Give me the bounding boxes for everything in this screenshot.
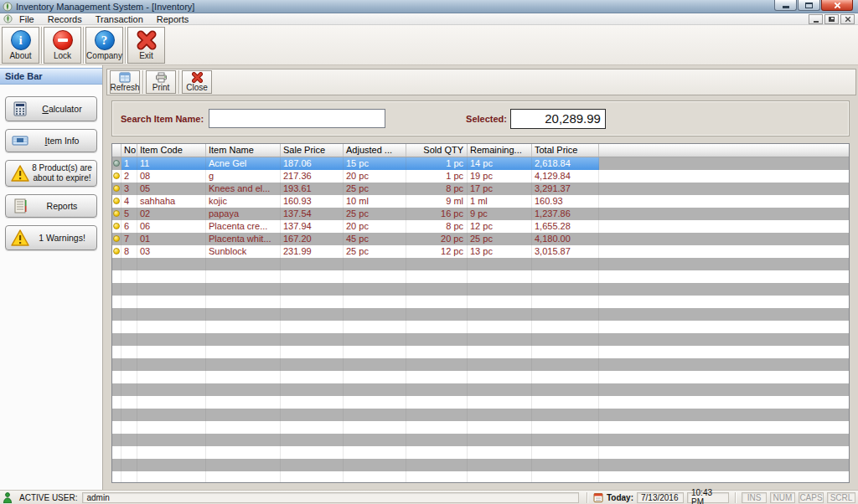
cell-empty xyxy=(206,270,281,283)
table-row[interactable]: 701Placenta whit...167.2045 pc20 pc25 pc… xyxy=(112,233,849,245)
menu-transaction[interactable]: Transaction xyxy=(89,14,150,24)
cell-empty xyxy=(121,270,137,283)
table-row[interactable]: 803Sunblock231.9925 pc12 pc13 pc3,015.87 xyxy=(112,245,849,258)
cell-remaining: 25 pc xyxy=(468,233,532,245)
table-row[interactable]: 606Placenta cre...137.9420 pc8 pc12 pc1,… xyxy=(112,220,849,233)
item-info-icon xyxy=(9,134,31,147)
table-empty-row xyxy=(112,459,849,471)
header-item-name[interactable]: Item Name xyxy=(206,144,281,157)
cell-code: 08 xyxy=(137,170,206,183)
close-label: Close xyxy=(186,83,208,92)
toolbar-separator xyxy=(125,27,126,64)
header-total-price[interactable]: Total Price xyxy=(532,144,599,157)
cell-no: 5 xyxy=(121,208,137,220)
sidebar-item-warnings[interactable]: 1 Warnings! xyxy=(5,225,97,250)
cell-empty xyxy=(206,383,281,396)
cell-empty xyxy=(121,321,137,333)
cell-empty xyxy=(532,321,599,333)
search-input[interactable] xyxy=(209,109,385,128)
sidebar-item-item-info[interactable]: Item Info xyxy=(5,129,97,152)
print-label: Print xyxy=(152,83,170,92)
header-sold-qty[interactable]: Sold QTY xyxy=(406,144,468,157)
cell-empty xyxy=(468,321,532,333)
item-bullet-icon xyxy=(113,172,120,179)
cell-empty xyxy=(206,358,281,371)
cell-empty xyxy=(468,333,532,346)
cell-empty xyxy=(468,283,532,296)
table-empty-row xyxy=(112,358,849,371)
cell-empty xyxy=(137,471,206,483)
refresh-button[interactable]: Refresh xyxy=(110,70,140,94)
cell-sold: 12 pc xyxy=(406,245,468,258)
table-row[interactable]: 4sahhahakojic160.9310 ml9 ml1 ml160.93 xyxy=(112,195,849,208)
cell-no: 4 xyxy=(121,195,137,208)
table-row[interactable]: 208g217.3620 pc1 pc19 pc4,129.84 xyxy=(112,170,849,183)
header-item-code[interactable]: Item Code xyxy=(137,144,206,157)
app-icon-small xyxy=(3,14,13,23)
toggle-ins: INS xyxy=(742,492,767,503)
active-user-label: ACTIVE USER: xyxy=(19,493,77,502)
cell-filler xyxy=(599,157,849,170)
header-remaining[interactable]: Remaining... xyxy=(468,144,532,157)
menu-file[interactable]: File xyxy=(13,14,41,24)
cell-sold: 1 pc xyxy=(406,170,468,183)
table-empty-row xyxy=(112,321,849,333)
print-button[interactable]: Print xyxy=(146,70,176,94)
info-icon: i xyxy=(11,30,31,50)
about-button[interactable]: i About xyxy=(2,27,39,64)
header-adjusted[interactable]: Adjusted ... xyxy=(344,144,406,157)
cell-empty xyxy=(406,383,468,396)
cell-adjusted: 20 pc xyxy=(344,220,406,233)
close-button[interactable] xyxy=(821,0,853,11)
cell-no: 3 xyxy=(121,183,137,195)
item-bullet-icon xyxy=(113,185,120,192)
table-empty-row xyxy=(112,421,849,434)
active-user-icon xyxy=(3,492,13,503)
menu-reports[interactable]: Reports xyxy=(150,14,196,24)
close-view-button[interactable]: Close xyxy=(182,70,212,94)
company-button[interactable]: ? Company xyxy=(85,27,123,64)
refresh-icon xyxy=(119,72,131,83)
header-sale-price[interactable]: Sale Price xyxy=(281,144,344,157)
cell-filler xyxy=(599,195,849,208)
cell-name: Placenta whit... xyxy=(206,233,281,245)
maximize-button[interactable] xyxy=(798,0,820,11)
sidebar-item-expiring-products[interactable]: 8 Product(s) are about to expire! xyxy=(5,160,97,187)
cell-remaining: 9 pc xyxy=(468,208,532,220)
cell-empty xyxy=(344,358,406,371)
mdi-minimize-button[interactable] xyxy=(809,14,823,24)
table-row[interactable]: 111Acne Gel187.0615 pc1 pc14 pc2,618.84 xyxy=(112,157,849,170)
sidebar-item-reports[interactable]: Reports xyxy=(5,194,97,218)
cell-empty xyxy=(281,396,344,409)
status-bar: ACTIVE USER: admin Today: 7/13/2016 10:4… xyxy=(0,490,858,504)
menu-records[interactable]: Records xyxy=(41,14,89,24)
cell-filler xyxy=(599,245,849,258)
cell-remaining: 1 ml xyxy=(468,195,532,208)
cell-empty xyxy=(137,446,206,459)
lock-button[interactable]: Lock xyxy=(44,27,81,64)
table-row[interactable]: 305Knees and el...193.6125 pc8 pc17 pc3,… xyxy=(112,183,849,195)
cell-empty xyxy=(137,296,206,308)
cell-empty xyxy=(121,459,137,471)
sidebar-item-calculator[interactable]: Calculator xyxy=(5,96,97,121)
cell-filler xyxy=(599,296,849,308)
toggle-caps: CAPS xyxy=(799,492,824,503)
cell-empty xyxy=(468,383,532,396)
exit-button[interactable]: Exit xyxy=(127,27,165,64)
cell-empty xyxy=(406,446,468,459)
cell-empty xyxy=(137,270,206,283)
time-value: 10:43 PM xyxy=(687,492,729,503)
cell-empty xyxy=(532,308,599,321)
cell-code: 01 xyxy=(137,233,206,245)
mdi-close-button[interactable] xyxy=(840,14,855,24)
table-row[interactable]: 502papaya137.5425 pc16 pc9 pc1,237.86 xyxy=(112,208,849,220)
cell-empty xyxy=(344,421,406,434)
minimize-button[interactable] xyxy=(774,0,797,11)
mdi-restore-button[interactable] xyxy=(824,14,839,24)
cell-filler xyxy=(599,471,849,483)
cell-empty xyxy=(344,396,406,409)
menu-bar: File Records Transaction Reports xyxy=(0,13,858,25)
cell-empty xyxy=(137,346,206,358)
row-status-icon xyxy=(112,308,121,321)
header-no[interactable]: No xyxy=(121,144,137,157)
